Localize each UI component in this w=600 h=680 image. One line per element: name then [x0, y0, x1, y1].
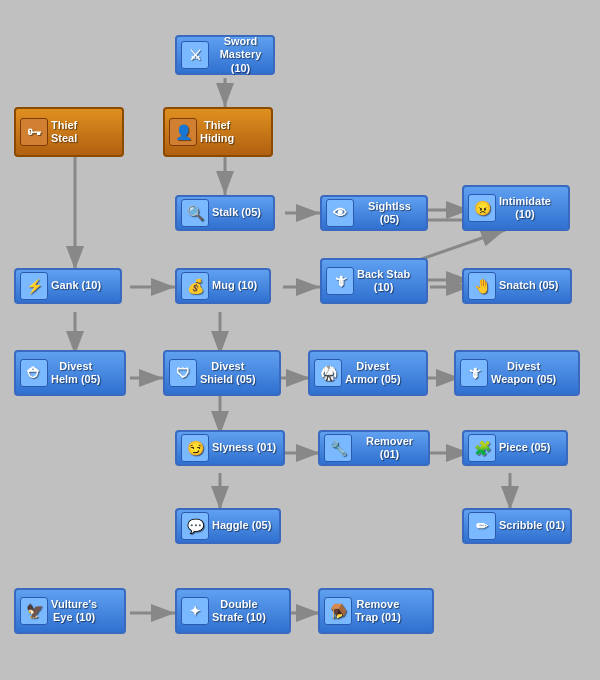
sightlss-icon: 👁 [326, 199, 354, 227]
scribble-icon: ✏ [468, 512, 496, 540]
thief-hiding-icon: 👤 [169, 118, 197, 146]
haggle-icon: 💬 [181, 512, 209, 540]
divest-helm-node[interactable]: ⛑ DivestHelm (05) [14, 350, 126, 396]
intimidate-label: Intimidate(10) [499, 195, 551, 221]
thief-steal-label: ThiefSteal [51, 119, 77, 145]
sword-mastery-icon: ⚔ [181, 41, 209, 69]
back-stab-label: Back Stab(10) [357, 268, 410, 294]
piece-node[interactable]: 🧩 Piece (05) [462, 430, 568, 466]
vultures-eye-node[interactable]: 🦅 Vulture'sEye (10) [14, 588, 126, 634]
sightlss-label: Sightlss (05) [357, 200, 422, 226]
snatch-label: Snatch (05) [499, 279, 558, 292]
sword-mastery-label: Sword Mastery (10) [212, 35, 269, 75]
snatch-icon: 🤚 [468, 272, 496, 300]
scribble-label: Scribble (01) [499, 519, 565, 532]
stalk-icon: 🔍 [181, 199, 209, 227]
slyness-node[interactable]: 😏 Slyness (01) [175, 430, 285, 466]
intimidate-node[interactable]: 😠 Intimidate(10) [462, 185, 570, 231]
divest-weapon-node[interactable]: 🗡 DivestWeapon (05) [454, 350, 580, 396]
divest-helm-label: DivestHelm (05) [51, 360, 101, 386]
mug-label: Mug (10) [212, 279, 257, 292]
double-strafe-icon: ✦ [181, 597, 209, 625]
slyness-label: Slyness (01) [212, 441, 276, 454]
divest-weapon-icon: 🗡 [460, 359, 488, 387]
sightlss-node[interactable]: 👁 Sightlss (05) [320, 195, 428, 231]
double-strafe-node[interactable]: ✦ DoubleStrafe (10) [175, 588, 291, 634]
divest-shield-node[interactable]: 🛡 DivestShield (05) [163, 350, 281, 396]
thief-steal-icon: 🗝 [20, 118, 48, 146]
mug-icon: 💰 [181, 272, 209, 300]
gank-label: Gank (10) [51, 279, 101, 292]
intimidate-icon: 😠 [468, 194, 496, 222]
haggle-label: Haggle (05) [212, 519, 271, 532]
thief-steal-node[interactable]: 🗝 ThiefSteal [14, 107, 124, 157]
gank-icon: ⚡ [20, 272, 48, 300]
skill-tree: ⚔ Sword Mastery (10) 🗝 ThiefSteal 👤 Thie… [0, 0, 600, 680]
piece-icon: 🧩 [468, 434, 496, 462]
vultures-eye-icon: 🦅 [20, 597, 48, 625]
double-strafe-label: DoubleStrafe (10) [212, 598, 266, 624]
mug-node[interactable]: 💰 Mug (10) [175, 268, 271, 304]
haggle-node[interactable]: 💬 Haggle (05) [175, 508, 281, 544]
remove-trap-label: RemoveTrap (01) [355, 598, 401, 624]
snatch-node[interactable]: 🤚 Snatch (05) [462, 268, 572, 304]
vultures-eye-label: Vulture'sEye (10) [51, 598, 97, 624]
remover-icon: 🔧 [324, 434, 352, 462]
scribble-node[interactable]: ✏ Scribble (01) [462, 508, 572, 544]
divest-weapon-label: DivestWeapon (05) [491, 360, 556, 386]
remove-trap-node[interactable]: 🪤 RemoveTrap (01) [318, 588, 434, 634]
divest-shield-icon: 🛡 [169, 359, 197, 387]
remover-label: Remover (01) [355, 435, 424, 461]
back-stab-icon: 🗡 [326, 267, 354, 295]
divest-armor-node[interactable]: 🥋 DivestArmor (05) [308, 350, 428, 396]
remover-node[interactable]: 🔧 Remover (01) [318, 430, 430, 466]
slyness-icon: 😏 [181, 434, 209, 462]
divest-shield-label: DivestShield (05) [200, 360, 256, 386]
back-stab-node[interactable]: 🗡 Back Stab(10) [320, 258, 428, 304]
stalk-label: Stalk (05) [212, 206, 261, 219]
piece-label: Piece (05) [499, 441, 550, 454]
divest-armor-icon: 🥋 [314, 359, 342, 387]
remove-trap-icon: 🪤 [324, 597, 352, 625]
thief-hiding-node[interactable]: 👤 ThiefHiding [163, 107, 273, 157]
sword-mastery-node[interactable]: ⚔ Sword Mastery (10) [175, 35, 275, 75]
divest-helm-icon: ⛑ [20, 359, 48, 387]
arrows-overlay [0, 0, 600, 680]
gank-node[interactable]: ⚡ Gank (10) [14, 268, 122, 304]
thief-hiding-label: ThiefHiding [200, 119, 234, 145]
divest-armor-label: DivestArmor (05) [345, 360, 401, 386]
stalk-node[interactable]: 🔍 Stalk (05) [175, 195, 275, 231]
